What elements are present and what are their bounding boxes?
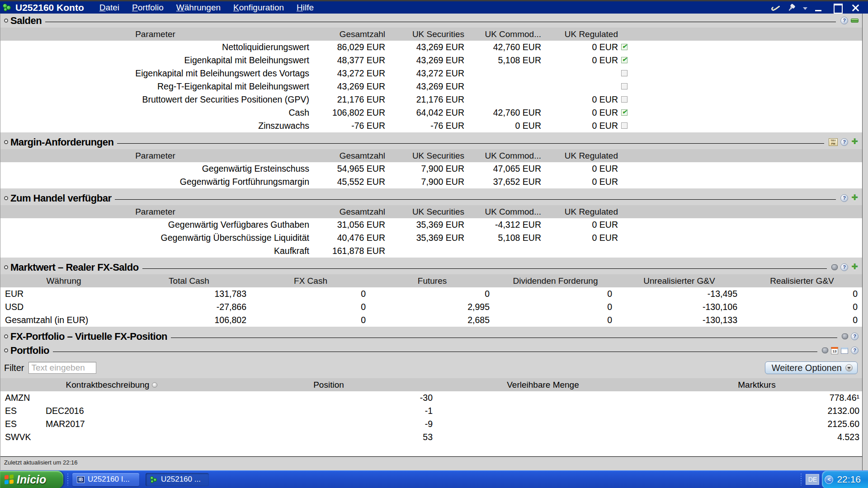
taskbar-separator[interactable] [799, 474, 803, 485]
titlebar-caret-icon[interactable] [803, 7, 807, 10]
table-row[interactable]: Bruttowert der Securities Positionen (GP… [0, 93, 862, 106]
table-row[interactable]: Gesamtzahl (in EUR)106,80202,6850-130,13… [0, 314, 862, 327]
section-header-salden: Salden ? [0, 14, 862, 28]
portfolio-header-row: Kontraktbeschreibung Position Verleihbar… [0, 378, 862, 391]
row-checkbox[interactable] [621, 57, 627, 63]
row-checkbox[interactable] [621, 96, 627, 103]
help-icon[interactable]: ? [851, 333, 859, 340]
language-indicator[interactable]: DE [806, 474, 819, 485]
section-title: FX-Portfolio – Virtuelle FX-Position [10, 331, 167, 343]
portfolio-filter-row: Filter Weitere Optionen [0, 357, 862, 378]
row-checkbox[interactable] [621, 44, 627, 50]
column-header-position[interactable]: Position [223, 380, 434, 390]
table-row[interactable]: EUR131,783000-13,4950 [0, 287, 862, 300]
section-rule [171, 338, 837, 338]
close-button[interactable] [850, 3, 862, 12]
column-header-marktkurs[interactable]: Marktkurs [651, 380, 862, 390]
section-header-handel: Zum Handel verfügbar ? [0, 191, 862, 205]
table-row[interactable]: ESMAR2017-92125.60 [0, 418, 862, 431]
column-header-unrealisiert: Unrealisierter G&V [617, 276, 742, 286]
calendar-icon[interactable]: 13 [831, 347, 838, 354]
help-icon[interactable]: ? [840, 138, 848, 146]
table-row[interactable]: Cash106,802 EUR64,042 EUR42,760 EUR0 EUR [0, 106, 862, 119]
more-options-button[interactable]: Weitere Optionen [765, 361, 858, 374]
marktwert-header-row: Währung Total Cash FX Cash Futures Divid… [0, 274, 862, 287]
table-row[interactable]: SWVK534.523 [0, 431, 862, 444]
filter-input[interactable] [28, 362, 96, 374]
menu-waehrungen[interactable]: Währungen [176, 3, 221, 13]
salden-header-row: Parameter Gesamtzahl UK Securities UK Co… [0, 28, 862, 41]
table-row[interactable]: Kaufkraft161,878 EUR [0, 244, 862, 258]
table-row[interactable]: Gegenwärtig Fortführungsmargin45,552 EUR… [0, 175, 862, 188]
section-toggle-icon[interactable] [4, 140, 8, 144]
section-toggle-icon[interactable] [4, 196, 8, 200]
try-pm-icon[interactable]: TRY PM [829, 138, 838, 146]
column-header-fx-cash: FX Cash [251, 276, 370, 286]
marktwert-table: Währung Total Cash FX Cash Futures Divid… [0, 274, 862, 327]
menu-datei[interactable]: Datei [99, 3, 119, 13]
table-empty-area [0, 444, 862, 456]
table-row[interactable]: USD-27,86602,9950-130,1060 [0, 300, 862, 314]
taskbar-item-tws[interactable]: U252160 ... [146, 473, 209, 486]
hand-icon[interactable] [831, 264, 838, 270]
tws-logo-icon [3, 4, 12, 12]
taskbar-separator[interactable] [66, 474, 70, 485]
help-icon[interactable]: ? [840, 263, 848, 271]
taskbar: Inicio IB U252160 I... U252160 ... DE < … [0, 470, 868, 488]
help-icon[interactable]: ? [840, 194, 848, 202]
table-row[interactable]: Reg-T-Eigenkapital mit Beleihungswert43,… [0, 80, 862, 93]
menu-portfolio[interactable]: Portfolio [132, 3, 164, 13]
row-checkbox[interactable] [621, 70, 627, 76]
section-toggle-icon[interactable] [4, 265, 8, 269]
ib-icon: IB [77, 476, 85, 483]
column-header-verleihbare-menge[interactable]: Verleihbare Menge [434, 380, 651, 390]
hand-icon[interactable] [842, 333, 848, 339]
table-row[interactable]: Gegenwärtig Überschüssige Liquidität40,4… [0, 231, 862, 244]
column-header-kontraktbeschreibung[interactable]: Kontraktbeschreibung [0, 380, 223, 390]
hand-icon[interactable] [822, 347, 828, 353]
table-row[interactable]: ESDEC2016-12132.00 [0, 404, 862, 418]
section-toggle-icon[interactable] [4, 19, 8, 23]
client-area: Salden ? Parameter Gesamtzahl UK Securit… [0, 14, 862, 470]
table-row[interactable]: Eigenkapital mit Beleihungswert des Vort… [0, 67, 862, 80]
section-toggle-icon[interactable] [4, 348, 8, 352]
expand-plus-icon[interactable] [851, 138, 859, 146]
row-checkbox[interactable] [621, 109, 627, 116]
expand-plus-icon[interactable] [851, 194, 859, 202]
handel-table: Parameter Gesamtzahl UK Securities UK Co… [0, 205, 862, 258]
table-row[interactable]: Gegenwärtig Verfügbares Guthaben31,056 E… [0, 218, 862, 231]
start-button[interactable]: Inicio [0, 471, 63, 488]
expand-plus-icon[interactable] [851, 263, 859, 271]
maximize-button[interactable] [832, 3, 844, 12]
section-title: Salden [10, 15, 42, 27]
hide-icons-chevron[interactable]: < [825, 475, 833, 484]
section-rule [117, 143, 824, 144]
help-icon[interactable]: ? [851, 347, 859, 354]
menu-hilfe[interactable]: Hilfe [297, 3, 314, 13]
section-header-margin: Margin-Anforderungen TRY PM ? [0, 135, 862, 149]
table-row[interactable]: Zinszuwachs-76 EUR-76 EUR0 EUR0 EUR [0, 119, 862, 132]
section-title: Portfolio [10, 345, 49, 357]
section-toggle-icon[interactable] [4, 334, 8, 338]
collapse-icon[interactable] [851, 19, 859, 23]
minimize-button[interactable] [814, 3, 826, 12]
table-row[interactable]: Gegenwärtig Ersteinschuss54,965 EUR7,900… [0, 162, 862, 175]
tws-logo-icon [150, 476, 158, 483]
table-row[interactable]: Eigenkapital mit Beleihungswert48,377 EU… [0, 54, 862, 67]
section-rule [45, 22, 836, 22]
window-icon[interactable] [841, 347, 848, 354]
filter-label: Filter [4, 363, 24, 373]
row-checkbox[interactable] [621, 122, 627, 129]
column-header-uk-regulated: UK Regulated [543, 29, 620, 39]
section-title: Margin-Anforderungen [10, 136, 113, 148]
table-row[interactable]: AMZN-30778.46¹ [0, 391, 862, 404]
wrench-icon[interactable] [771, 4, 781, 11]
row-checkbox[interactable] [621, 83, 627, 89]
section-title: Marktwert – Realer FX-Saldo [10, 262, 139, 273]
section-rule [142, 268, 827, 269]
taskbar-item-ib[interactable]: IB U252160 I... [72, 473, 139, 486]
pin-icon[interactable] [786, 1, 798, 14]
table-row[interactable]: Nettoliquidierungswert86,029 EUR43,269 E… [0, 41, 862, 54]
help-icon[interactable]: ? [840, 17, 848, 24]
menu-konfiguration[interactable]: Konfiguration [233, 3, 284, 13]
